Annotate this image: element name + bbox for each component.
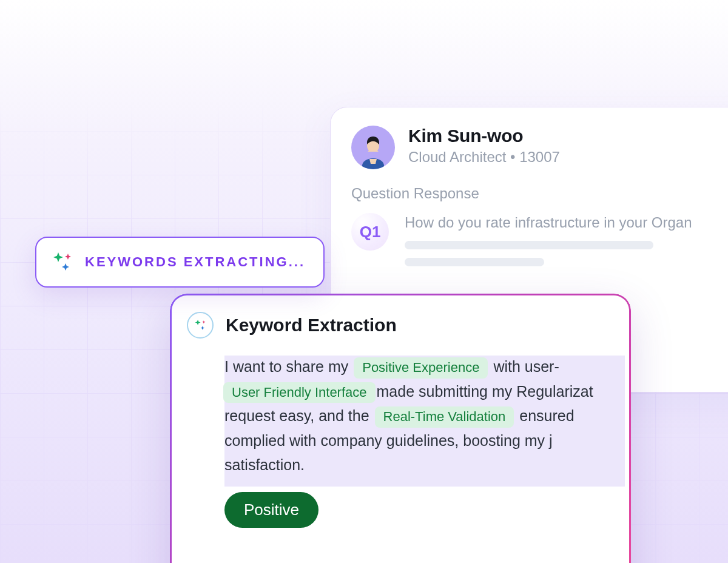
sparkle-badge (187, 312, 214, 339)
text-part: made submitting my Regularizat (377, 383, 593, 400)
sentiment-chip[interactable]: Positive (224, 492, 318, 528)
question-row: Q1 How do you rate infrastructure in you… (351, 213, 728, 266)
keyword-chip[interactable]: User Friendly Interface (223, 382, 376, 403)
keywords-extracting-pill: KEYWORDS EXTRACTING... (35, 237, 325, 288)
pill-label: KEYWORDS EXTRACTING... (85, 254, 305, 270)
question-text: How do you rate infrastructure in your O… (405, 213, 728, 232)
keyword-extraction-card: Keyword Extraction I want to share my Po… (170, 294, 631, 563)
response-card-header: Kim Sun-woo Cloud Architect • 13007 Subm… (351, 126, 728, 169)
section-title: Question Response (351, 185, 728, 202)
card-title: Keyword Extraction (226, 315, 397, 335)
sparkle-icon (188, 317, 212, 333)
text-part: ensured (519, 407, 574, 424)
text-part: request easy, and the (224, 407, 369, 424)
keyword-chip[interactable]: Positive Experience (354, 357, 488, 379)
avatar (351, 126, 395, 169)
avatar-illustration (354, 130, 393, 169)
extraction-text: I want to share my Positive Experience w… (224, 354, 613, 477)
question-body: How do you rate infrastructure in your O… (405, 213, 728, 266)
card-header: Keyword Extraction (187, 312, 627, 339)
text-part: satisfaction. (224, 456, 305, 473)
extraction-body: I want to share my Positive Experience w… (224, 354, 613, 477)
person-role: Cloud Architect • 13007 (408, 149, 728, 166)
placeholder-line (405, 258, 544, 266)
text-part: I want to share my (224, 358, 348, 375)
keyword-chip[interactable]: Real-Time Validation (375, 406, 514, 428)
identity-block: Kim Sun-woo Cloud Architect • 13007 (408, 126, 728, 166)
question-badge: Q1 (351, 213, 389, 251)
person-name: Kim Sun-woo (408, 126, 728, 146)
text-part: with user- (493, 358, 559, 375)
text-part: complied with company guidelines, boosti… (224, 432, 553, 449)
placeholder-line (405, 241, 653, 249)
sparkle-icon (50, 250, 74, 274)
